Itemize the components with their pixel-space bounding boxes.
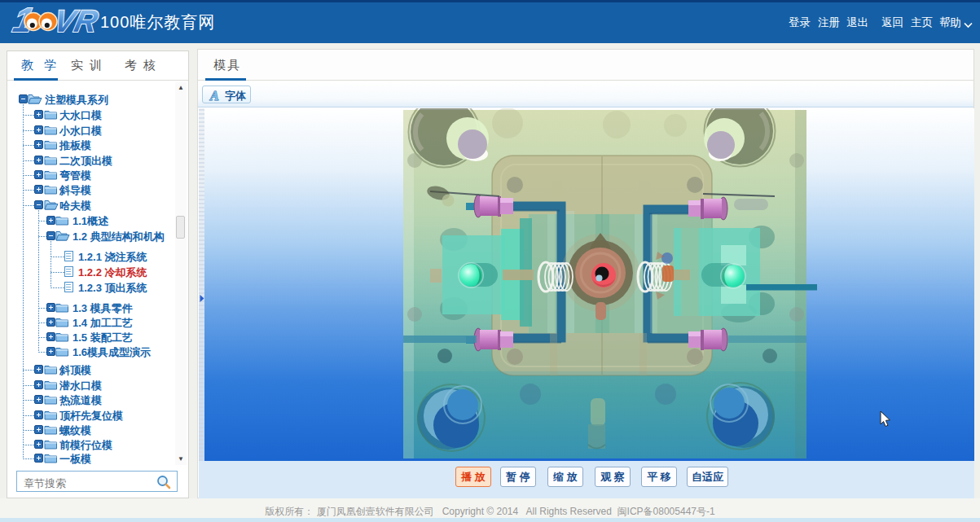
- svg-text:A: A: [209, 89, 219, 102]
